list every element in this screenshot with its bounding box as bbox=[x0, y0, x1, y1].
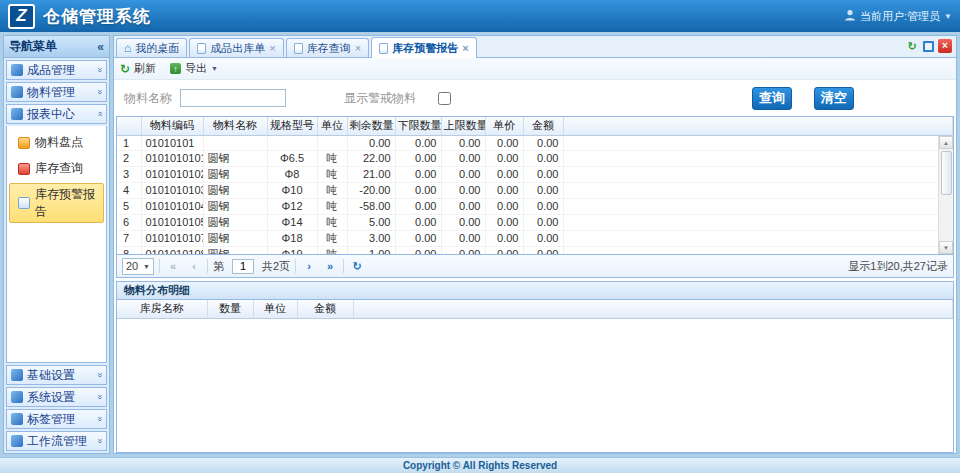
refresh-button[interactable]: ↻ 刷新 bbox=[120, 61, 156, 76]
chevron-expand-icon: » bbox=[94, 416, 104, 421]
table-row[interactable]: 1 01010101 0.00 0.00 0.00 0.00 0.00 bbox=[117, 135, 953, 150]
tab-stock-query[interactable]: 库存查询 × bbox=[286, 38, 369, 57]
last-page-button[interactable]: » bbox=[322, 258, 338, 274]
table-row[interactable]: 6 0101010105 圆钢 Φ14 吨 5.00 0.00 0.00 0.0… bbox=[117, 214, 953, 230]
tab-close-icon[interactable]: × bbox=[355, 43, 361, 54]
cell-unit bbox=[317, 135, 347, 150]
col-spec-model[interactable]: 规格型号 bbox=[267, 117, 317, 135]
cell-filler bbox=[563, 246, 953, 255]
scrollbar-thumb[interactable] bbox=[941, 151, 952, 195]
show-warning-checkbox[interactable] bbox=[438, 92, 451, 105]
cell-lower-limit: 0.00 bbox=[395, 246, 441, 255]
current-user-menu[interactable]: 当前用户:管理员 ▼ bbox=[844, 9, 952, 24]
col-unit-price[interactable]: 单价 bbox=[485, 117, 523, 135]
first-page-button[interactable]: « bbox=[165, 258, 181, 274]
export-label: 导出 bbox=[185, 61, 207, 76]
tab-warning-report[interactable]: 库存预警报告 × bbox=[371, 37, 476, 58]
sidebar-group-basic-settings[interactable]: 基础设置 » bbox=[6, 365, 107, 385]
cell-unit-price: 0.00 bbox=[485, 135, 523, 150]
scroll-up-icon[interactable]: ▲ bbox=[939, 136, 953, 149]
material-name-input[interactable] bbox=[180, 89, 286, 107]
cell-unit: 吨 bbox=[317, 214, 347, 230]
sidebar-collapse-icon[interactable]: « bbox=[97, 40, 104, 54]
cell-material-code: 0101010104 bbox=[141, 198, 203, 214]
col-amount[interactable]: 金额 bbox=[297, 300, 353, 318]
sidebar-group-label: 系统设置 bbox=[27, 389, 75, 406]
cell-material-code: 0101010103 bbox=[141, 182, 203, 198]
col-material-code[interactable]: 物料编码 bbox=[141, 117, 203, 135]
tab-bar: ⌂ 我的桌面 成品出库单 × 库存查询 × 库存预警报告 × bbox=[114, 36, 956, 58]
next-page-button[interactable]: › bbox=[301, 258, 317, 274]
report-module-icon bbox=[11, 108, 23, 120]
page-number-input[interactable] bbox=[232, 259, 254, 274]
cell-spec-model: Φ19 bbox=[267, 246, 317, 255]
cell-material-name: 圆钢 bbox=[203, 246, 267, 255]
pager-refresh-icon[interactable]: ↻ bbox=[349, 258, 365, 274]
cell-remaining-qty: -58.00 bbox=[347, 198, 395, 214]
sidebar-group-label: 成品管理 bbox=[27, 62, 75, 79]
table-row[interactable]: 7 0101010107 圆钢 Φ18 吨 3.00 0.00 0.00 0.0… bbox=[117, 230, 953, 246]
page-total-label: 共2页 bbox=[262, 259, 290, 274]
application-window: Z 仓储管理系统 当前用户:管理员 ▼ 导航菜单 « 成品管理 » bbox=[0, 0, 960, 473]
tab-product-outbound[interactable]: 成品出库单 × bbox=[189, 38, 283, 57]
sidebar-item-material-check[interactable]: 物料盘点 bbox=[9, 131, 104, 154]
table-row[interactable]: 4 0101010103 圆钢 Φ10 吨 -20.00 0.00 0.00 0… bbox=[117, 182, 953, 198]
tabs-refresh-icon[interactable]: ↻ bbox=[905, 39, 919, 53]
tab-my-desktop[interactable]: ⌂ 我的桌面 bbox=[116, 38, 187, 57]
sidebar-group-label: 标签管理 bbox=[27, 411, 75, 428]
tabs-maximize-icon[interactable] bbox=[923, 41, 934, 52]
col-quantity[interactable]: 数量 bbox=[207, 300, 253, 318]
scroll-down-icon[interactable]: ▼ bbox=[939, 241, 953, 254]
export-button[interactable]: ↑ 导出 ▼ bbox=[170, 61, 218, 76]
chevron-expand-icon: » bbox=[94, 438, 104, 443]
cell-unit-price: 0.00 bbox=[485, 198, 523, 214]
tab-close-icon[interactable]: × bbox=[269, 43, 275, 54]
table-row[interactable]: 5 0101010104 圆钢 Φ12 吨 -58.00 0.00 0.00 0… bbox=[117, 198, 953, 214]
sidebar-group-label-mgmt[interactable]: 标签管理 » bbox=[6, 409, 107, 429]
col-lower-limit[interactable]: 下限数量 bbox=[395, 117, 441, 135]
table-row[interactable]: 8 0101010108 圆钢 Φ19 吨 1.00 0.00 0.00 0.0… bbox=[117, 246, 953, 255]
cell-unit: 吨 bbox=[317, 182, 347, 198]
material-name-label: 物料名称 bbox=[124, 90, 172, 107]
tab-label: 成品出库单 bbox=[210, 41, 265, 56]
sidebar-group-system-settings[interactable]: 系统设置 » bbox=[6, 387, 107, 407]
sidebar-group-report-center[interactable]: 报表中心 » bbox=[6, 104, 107, 124]
document-icon bbox=[294, 43, 303, 54]
query-button[interactable]: 查询 bbox=[752, 87, 792, 110]
page-size-select[interactable]: 20 ▼ bbox=[122, 258, 154, 275]
cell-spec-model: Φ8 bbox=[267, 166, 317, 182]
navigation-sidebar: 导航菜单 « 成品管理 » 物料管理 » 报表中心 » bbox=[3, 35, 110, 454]
col-unit[interactable]: 单位 bbox=[317, 117, 347, 135]
col-unit[interactable]: 单位 bbox=[253, 300, 297, 318]
grid-body: 1 01010101 0.00 0.00 0.00 0.00 0.00 2 01… bbox=[117, 135, 953, 255]
col-amount[interactable]: 金额 bbox=[523, 117, 563, 135]
table-row[interactable]: 3 0101010102 圆钢 Φ8 吨 21.00 0.00 0.00 0.0… bbox=[117, 166, 953, 182]
col-material-name[interactable]: 物料名称 bbox=[203, 117, 267, 135]
pager-separator bbox=[343, 259, 344, 273]
grid-vertical-scrollbar[interactable]: ▲ ▼ bbox=[938, 136, 953, 254]
cell-material-code: 0101010101 bbox=[141, 150, 203, 166]
prev-page-button[interactable]: ‹ bbox=[186, 258, 202, 274]
cell-upper-limit: 0.00 bbox=[441, 198, 485, 214]
tab-close-icon[interactable]: × bbox=[462, 43, 468, 54]
clear-button[interactable]: 清空 bbox=[814, 87, 854, 110]
sidebar-group-label: 基础设置 bbox=[27, 367, 75, 384]
col-remaining-qty[interactable]: 剩余数量 bbox=[347, 117, 395, 135]
sidebar-item-warning-report[interactable]: 库存预警报告 bbox=[9, 183, 104, 223]
col-upper-limit[interactable]: 上限数量 bbox=[441, 117, 485, 135]
tabs-close-icon[interactable]: × bbox=[938, 39, 952, 53]
chevron-down-icon: ▼ bbox=[211, 65, 218, 72]
chevron-down-icon: ▼ bbox=[143, 263, 150, 270]
sidebar-group-workflow-mgmt[interactable]: 工作流管理 » bbox=[6, 431, 107, 451]
top-header-bar: Z 仓储管理系统 当前用户:管理员 ▼ bbox=[0, 0, 960, 32]
cell-remaining-qty: 22.00 bbox=[347, 150, 395, 166]
table-row[interactable]: 2 0101010101 圆钢 Φ6.5 吨 22.00 0.00 0.00 0… bbox=[117, 150, 953, 166]
chevron-collapse-icon: » bbox=[94, 111, 104, 116]
col-warehouse-name[interactable]: 库房名称 bbox=[117, 300, 207, 318]
sidebar-item-stock-query[interactable]: 库存查询 bbox=[9, 157, 104, 180]
cell-remaining-qty: -20.00 bbox=[347, 182, 395, 198]
sidebar-group-material-mgmt[interactable]: 物料管理 » bbox=[6, 82, 107, 102]
export-icon: ↑ bbox=[170, 63, 181, 74]
sidebar-item-label: 库存预警报告 bbox=[35, 186, 101, 220]
sidebar-group-product-mgmt[interactable]: 成品管理 » bbox=[6, 60, 107, 80]
